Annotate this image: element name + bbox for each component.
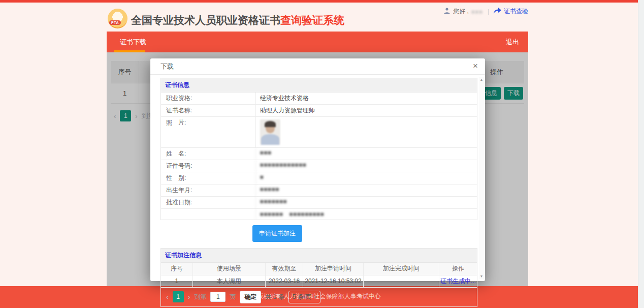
pta-logo-badge: PTA bbox=[109, 20, 121, 25]
form-value-masked: ■■■■■■ ■■■■■■■■■ bbox=[255, 209, 477, 220]
annotation-pagination: ‹ 1 › 到第 页 确定 共 1 条 5 条/页 ▾ bbox=[161, 288, 477, 306]
form-label: 性 别: bbox=[161, 172, 255, 184]
form-value bbox=[255, 117, 477, 147]
cell-index: 1 bbox=[161, 275, 192, 287]
form-value-masked: ■■■■■■■■■■■■ bbox=[255, 160, 477, 172]
form-row-extra: ■■■■■■ ■■■■■■■■■ bbox=[161, 209, 477, 220]
form-value-masked: ■■■ bbox=[255, 148, 477, 160]
form-label: 出生年月: bbox=[161, 184, 255, 196]
username-masked: ■■■ bbox=[471, 9, 483, 15]
form-value-masked: ■■■■■ bbox=[255, 184, 477, 196]
scroll-down-icon[interactable]: ▼ bbox=[479, 274, 484, 278]
share-arrow-icon bbox=[494, 8, 501, 16]
verify-link[interactable]: 证书查验 bbox=[504, 7, 528, 16]
page-size-value: 5 条/页 bbox=[293, 293, 311, 301]
pager-next-icon[interactable]: › bbox=[188, 293, 190, 301]
user-info: 您好 , ■■■ | 证书查验 bbox=[443, 7, 528, 16]
form-row-approve-date: 批准日期: ■■■■■■■ bbox=[161, 197, 477, 209]
form-label: 姓 名: bbox=[161, 148, 255, 160]
form-label: 职业资格: bbox=[161, 93, 255, 104]
form-row-birth: 出生年月: ■■■■■ bbox=[161, 184, 477, 197]
form-label: 证书名称: bbox=[161, 105, 255, 116]
pager-confirm-button[interactable]: 确定 bbox=[240, 291, 261, 303]
pager-prev-icon[interactable]: ‹ bbox=[166, 293, 169, 301]
form-value-masked: ■■■■■■■ bbox=[255, 197, 477, 208]
form-value-masked: ■ bbox=[255, 172, 477, 184]
form-row-gender: 性 别: ■ bbox=[161, 172, 477, 184]
modal-scrollbar[interactable]: ▲ ▼ bbox=[479, 77, 484, 279]
form-row-id-number: 证件号码: ■■■■■■■■■■■■ bbox=[161, 160, 477, 172]
scroll-up-icon[interactable]: ▲ bbox=[479, 78, 484, 81]
modal-body: 证书信息 职业资格: 经济专业技术资格 证书名称: 助理人力资源管理师 照 片: bbox=[160, 75, 477, 307]
page-size-select[interactable]: 5 条/页 ▾ bbox=[288, 291, 320, 303]
form-row-name: 姓 名: ■■■ bbox=[161, 148, 477, 160]
pager-page-unit: 页 bbox=[230, 293, 236, 301]
cell-complete-time bbox=[363, 275, 439, 287]
caret-down-icon: ▾ bbox=[314, 295, 316, 299]
close-icon[interactable]: × bbox=[473, 58, 478, 74]
cell-apply-time: 2021-12-16 10:53:02 bbox=[303, 275, 363, 287]
modal-header: 下载 × bbox=[150, 58, 485, 75]
nav-bar: 证书下载 退出 bbox=[107, 32, 528, 52]
form-label: 照 片: bbox=[161, 117, 255, 147]
annotation-table-row: 1 本人调用 2022-03-16 2021-12-16 10:53:02 证书… bbox=[161, 275, 477, 287]
apply-annotation-button[interactable]: 申请证书加注 bbox=[252, 225, 302, 242]
form-row-photo: 照 片: bbox=[161, 117, 477, 148]
pager-goto-label: 到第 bbox=[194, 293, 206, 301]
photo-blurred bbox=[260, 119, 280, 145]
form-value: 助理人力资源管理师 bbox=[255, 105, 477, 116]
logout-button[interactable]: 退出 bbox=[506, 32, 519, 52]
tab-cert-download[interactable]: 证书下载 bbox=[114, 32, 152, 52]
cell-valid-until: 2022-03-16 bbox=[265, 275, 303, 287]
cert-info-section: 证书信息 职业资格: 经济专业技术资格 证书名称: 助理人力资源管理师 照 片: bbox=[160, 78, 477, 220]
header-cell-scene: 使用场景 bbox=[192, 263, 265, 275]
user-icon bbox=[443, 7, 450, 16]
pager-total: 共 1 条 bbox=[265, 293, 284, 301]
header-cell-index: 序号 bbox=[161, 263, 192, 275]
modal-title: 下载 bbox=[160, 58, 174, 75]
greeting-text: 您好 , bbox=[453, 7, 469, 16]
form-label: 批准日期: bbox=[161, 197, 255, 208]
cert-generating-link[interactable]: 证书生成中... bbox=[440, 278, 476, 285]
cell-scene: 本人调用 bbox=[192, 275, 265, 287]
annotation-section-title: 证书加注信息 bbox=[161, 249, 477, 263]
form-label bbox=[161, 209, 255, 220]
form-row-occupation: 职业资格: 经济专业技术资格 bbox=[161, 93, 477, 105]
header-cell-valid-until: 有效期至 bbox=[265, 263, 303, 275]
form-row-cert-name: 证书名称: 助理人力资源管理师 bbox=[161, 105, 477, 117]
annotation-section: 证书加注信息 序号 使用场景 有效期至 加注申请时间 加注完成时间 操作 1 本… bbox=[160, 248, 477, 307]
header-cell-action: 操作 bbox=[439, 263, 477, 275]
page-title: 全国专业技术人员职业资格证书查询验证系统 bbox=[131, 13, 344, 27]
annotation-table: 序号 使用场景 有效期至 加注申请时间 加注完成时间 操作 1 本人调用 202… bbox=[161, 263, 477, 288]
page-header: PTA 全国专业技术人员职业资格证书查询验证系统 您好 , ■■■ | 证书查验 bbox=[107, 3, 528, 32]
form-value: 经济专业技术资格 bbox=[255, 93, 477, 104]
page-title-main: 全国专业技术人员职业资格证书 bbox=[131, 14, 280, 26]
divider: | bbox=[488, 8, 489, 15]
page-scrollbar[interactable] bbox=[638, 0, 644, 308]
header-cell-complete-time: 加注完成时间 bbox=[363, 263, 439, 275]
header-cell-apply-time: 加注申请时间 bbox=[303, 263, 363, 275]
pager-goto-input[interactable] bbox=[210, 292, 226, 302]
app-logo: PTA bbox=[108, 9, 127, 28]
download-modal: 下载 × ▲ ▼ 证书信息 职业资格: 经济专业技术资格 证书名称: 助理人力资… bbox=[150, 58, 485, 281]
annotation-table-header: 序号 使用场景 有效期至 加注申请时间 加注完成时间 操作 bbox=[161, 263, 477, 275]
page-title-accent: 查询验证系统 bbox=[280, 14, 344, 26]
pager-page-1[interactable]: 1 bbox=[173, 291, 184, 302]
cert-info-section-title: 证书信息 bbox=[161, 78, 477, 93]
form-label: 证件号码: bbox=[161, 160, 255, 172]
